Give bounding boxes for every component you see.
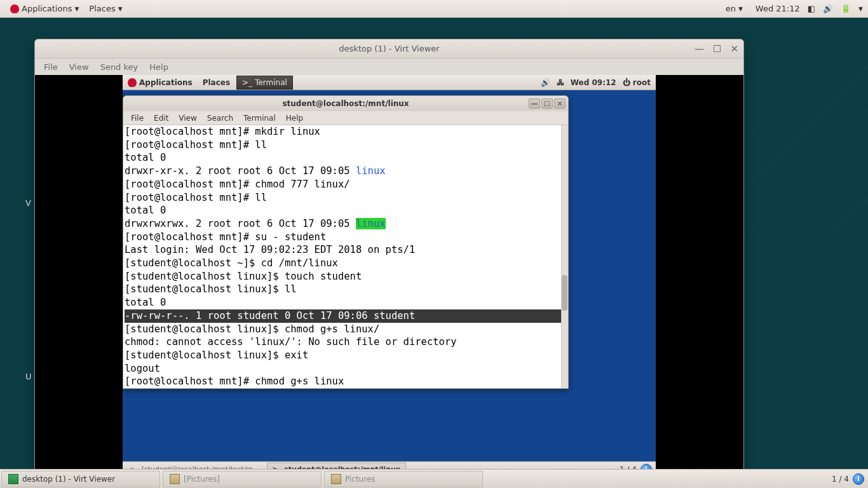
guest-clock[interactable]: Wed 09:12 <box>571 78 616 87</box>
guest-display: Applications Places >_Terminal 🔊 🖧 Wed 0… <box>35 75 743 477</box>
minimize-button[interactable]: — <box>695 43 704 55</box>
menu-help[interactable]: Help <box>281 112 308 124</box>
guest-user-menu[interactable]: ⏻ root <box>623 78 651 87</box>
host-desktop: V U desktop (1) - Virt Viewer — ☐ ✕ File… <box>0 18 868 469</box>
menu-file[interactable]: File <box>39 61 63 73</box>
workspace-badge-icon[interactable]: i <box>853 473 864 485</box>
redhat-icon <box>128 78 137 87</box>
virt-viewer-titlebar[interactable]: desktop (1) - Virt Viewer — ☐ ✕ <box>35 39 743 58</box>
menu-file[interactable]: File <box>126 112 149 124</box>
menu-view[interactable]: View <box>64 61 94 73</box>
chevron-down-icon: ▼ <box>118 6 123 12</box>
guest-topbar: Applications Places >_Terminal 🔊 🖧 Wed 0… <box>123 75 656 90</box>
terminal-scrollbar[interactable] <box>561 125 568 388</box>
menu-search[interactable]: Search <box>202 112 238 124</box>
menu-view[interactable]: View <box>173 112 201 124</box>
volume-icon[interactable]: 🔊 <box>823 4 833 13</box>
host-applications-menu[interactable]: Applications ▼ <box>5 4 84 13</box>
terminal-menubar: File Edit View Search Terminal Help <box>123 111 568 125</box>
virt-viewer-window: desktop (1) - Virt Viewer — ☐ ✕ File Vie… <box>34 39 744 477</box>
keyboard-lang[interactable]: en ▼ <box>721 4 748 13</box>
terminal-body[interactable]: [root@localhost mnt]# mkdir linux [root@… <box>123 125 568 388</box>
host-places-menu[interactable]: Places ▼ <box>84 4 127 13</box>
maximize-button[interactable]: ☐ <box>713 43 721 55</box>
menu-terminal[interactable]: Terminal <box>238 112 281 124</box>
desktop-label: U <box>25 372 32 381</box>
volume-icon[interactable]: 🔊 <box>541 78 550 87</box>
folder-icon <box>170 474 180 484</box>
redhat-icon <box>10 4 19 13</box>
host-taskbar: desktop (1) - Virt Viewer [Pictures] Pic… <box>0 469 868 488</box>
accessibility-icon[interactable]: ◧ <box>808 4 815 13</box>
desktop-label: V <box>25 198 31 208</box>
network-icon[interactable]: 🖧 <box>557 78 564 87</box>
battery-icon[interactable]: 🔋 <box>841 4 851 13</box>
window-title: desktop (1) - Virt Viewer <box>339 44 439 53</box>
taskbar-item-virt-viewer[interactable]: desktop (1) - Virt Viewer <box>1 471 160 487</box>
chevron-down-icon: ▼ <box>74 6 79 12</box>
taskbar-item-pictures-2[interactable]: Pictures <box>324 471 483 487</box>
guest-desktop[interactable]: student@localhost:/mnt/linux — ☐ ✕ File … <box>123 90 656 463</box>
close-button[interactable]: ✕ <box>554 98 566 109</box>
maximize-button[interactable]: ☐ <box>541 98 553 109</box>
terminal-titlebar[interactable]: student@localhost:/mnt/linux — ☐ ✕ <box>123 96 568 111</box>
menu-edit[interactable]: Edit <box>149 112 173 124</box>
terminal-icon: >_ <box>242 78 252 87</box>
virt-viewer-menubar: File View Send key Help <box>35 58 743 75</box>
guest-terminal-launcher[interactable]: >_Terminal <box>236 76 293 90</box>
menu-help[interactable]: Help <box>144 61 173 73</box>
monitor-icon <box>8 474 18 484</box>
minimize-button[interactable]: — <box>529 98 540 109</box>
close-button[interactable]: ✕ <box>730 43 738 55</box>
terminal-window: student@localhost:/mnt/linux — ☐ ✕ File … <box>123 95 569 389</box>
host-topbar: Applications ▼ Places ▼ en ▼ Wed 21:12 ◧… <box>0 0 868 18</box>
menu-sendkey[interactable]: Send key <box>95 61 144 73</box>
host-clock[interactable]: Wed 21:12 <box>756 4 800 13</box>
folder-icon <box>331 474 341 484</box>
guest-places-menu[interactable]: Places <box>198 78 235 87</box>
scrollbar-thumb[interactable] <box>562 275 567 311</box>
terminal-title: student@localhost:/mnt/linux <box>282 99 409 108</box>
taskbar-item-pictures-1[interactable]: [Pictures] <box>163 471 322 487</box>
chevron-down-icon[interactable]: ▼ <box>858 6 863 12</box>
workspace-indicator[interactable]: 1 / 4 <box>832 475 849 484</box>
terminal-output[interactable]: [root@localhost mnt]# mkdir linux [root@… <box>123 125 568 388</box>
guest-applications-menu[interactable]: Applications <box>123 78 198 87</box>
